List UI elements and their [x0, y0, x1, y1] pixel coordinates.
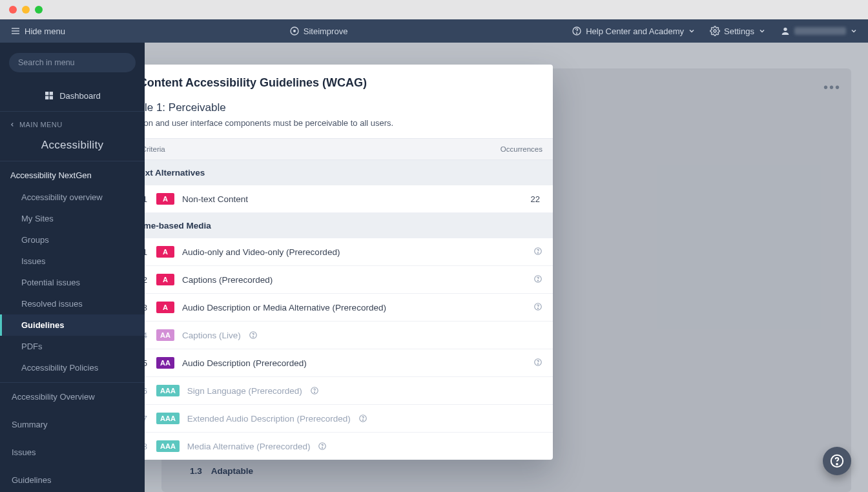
- criteria-row[interactable]: 1.2.5AAAudio Description (Prerecorded): [145, 349, 553, 377]
- group-num: 1.3: [190, 466, 202, 476]
- chevron-down-icon: [688, 27, 696, 35]
- level-badge: A: [156, 302, 174, 313]
- column-headers: Success Criteria Occurrences: [145, 138, 553, 160]
- criteria-number: 1.2.7: [145, 414, 149, 424]
- info-icon[interactable]: [358, 414, 367, 423]
- criteria-row: 1.2.6AAASign Language (Prerecorded): [145, 377, 553, 405]
- dashboard-icon: [44, 90, 54, 101]
- help-icon: [830, 454, 844, 468]
- info-icon[interactable]: [533, 302, 542, 311]
- dashboard-label: Dashboard: [59, 91, 101, 101]
- sidebar-item-guidelines[interactable]: Guidelines: [0, 466, 145, 492]
- section-title: Accessibility: [0, 135, 145, 161]
- svg-point-24: [314, 392, 315, 393]
- svg-point-14: [537, 252, 538, 253]
- brand-label: Siteimprove: [304, 26, 348, 36]
- user-name: [794, 27, 846, 35]
- level-badge: A: [156, 274, 174, 285]
- svg-point-32: [836, 464, 838, 465]
- group-header-adaptable: 1.3 Adaptable: [161, 458, 851, 484]
- criteria-title: Extended Audio Description (Prerecorded): [187, 414, 351, 424]
- svg-rect-11: [45, 96, 48, 99]
- criteria-row: 1.2.7AAAExtended Audio Description (Prer…: [145, 405, 553, 433]
- svg-point-7: [714, 30, 716, 32]
- hide-menu-button[interactable]: Hide menu: [10, 26, 65, 36]
- help-fab-button[interactable]: [823, 447, 851, 475]
- sidebar-item-accessibility-overview[interactable]: Accessibility overview: [0, 187, 145, 208]
- criteria-number: 1.2.3: [145, 303, 149, 313]
- criteria-row[interactable]: 1.2.1AAudio-only and Video-only (Prereco…: [145, 238, 553, 266]
- svg-rect-10: [50, 92, 53, 95]
- criteria-row[interactable]: 1.2.3AAudio Description or Media Alterna…: [145, 294, 553, 322]
- gear-icon: [710, 26, 720, 36]
- svg-point-8: [783, 28, 787, 31]
- criteria-row[interactable]: 1.1.1ANon-text Content22: [145, 185, 553, 213]
- settings-label: Settings: [724, 26, 754, 36]
- help-label: Help Center and Academy: [586, 26, 684, 36]
- window-minimize-icon[interactable]: [22, 6, 30, 14]
- info-icon[interactable]: [533, 274, 542, 283]
- brand-icon: [289, 26, 300, 36]
- sidebar-item-potential-issues[interactable]: Potential issues: [0, 272, 145, 293]
- svg-point-4: [293, 30, 296, 32]
- svg-point-22: [537, 364, 538, 364]
- brand: Siteimprove: [289, 26, 348, 36]
- criteria-title: Media Alternative (Prerecorded): [187, 442, 311, 451]
- criteria-number: 1.1.1: [145, 194, 149, 204]
- criteria-title: Non-text Content: [182, 194, 248, 204]
- hamburger-icon: [10, 26, 21, 36]
- window-close-icon[interactable]: [9, 6, 17, 14]
- criteria-number: 1.2.4: [145, 331, 149, 340]
- info-icon[interactable]: [533, 247, 542, 256]
- sidebar-item-accessibility-overview[interactable]: Accessibility Overview: [0, 383, 145, 411]
- svg-rect-9: [45, 92, 48, 95]
- col-success-criteria: Success Criteria: [145, 145, 165, 153]
- group-title: Adaptable: [211, 466, 253, 476]
- criteria-title: Captions (Prerecorded): [182, 275, 273, 285]
- level-badge: AAA: [156, 385, 180, 396]
- info-icon[interactable]: [533, 358, 542, 367]
- sidebar-item-guidelines[interactable]: Guidelines: [0, 314, 145, 336]
- help-icon: [572, 26, 582, 36]
- sidebar-item-resolved-issues[interactable]: Resolved issues: [0, 293, 145, 314]
- svg-point-6: [577, 33, 577, 34]
- criteria-title: Audio-only and Video-only (Prerecorded): [182, 247, 340, 257]
- criteria-title: Audio Description (Prerecorded): [182, 358, 307, 368]
- chevron-left-icon: [9, 121, 16, 128]
- info-icon[interactable]: [249, 331, 258, 340]
- level-badge: AAA: [156, 440, 180, 452]
- more-menu-button[interactable]: •••: [823, 80, 841, 95]
- criteria-number: 1.2.2: [145, 275, 149, 285]
- sidebar-item-pdfs[interactable]: PDFs: [0, 336, 145, 357]
- search-input[interactable]: Search in menu: [9, 53, 136, 72]
- nextgen-label: Accessibility NextGen: [0, 161, 145, 187]
- help-center-button[interactable]: Help Center and Academy: [572, 26, 696, 36]
- sidebar: Search in menu Dashboard MAIN MENU Acces…: [0, 43, 145, 492]
- sidebar-item-accessibility-policies[interactable]: Accessibility Policies: [0, 357, 145, 378]
- window-maximize-icon[interactable]: [35, 6, 43, 14]
- dashboard-link[interactable]: Dashboard: [0, 79, 145, 112]
- criteria-row[interactable]: 1.2.2ACaptions (Prerecorded): [145, 266, 553, 294]
- criteria-title: Captions (Live): [182, 331, 241, 340]
- info-icon[interactable]: [318, 442, 327, 451]
- svg-point-20: [253, 336, 253, 337]
- sidebar-item-issues[interactable]: Issues: [0, 438, 145, 466]
- sidebar-item-groups[interactable]: Groups: [0, 229, 145, 251]
- main-area: ••• 1.3 Adaptable Web Content Accessibil…: [145, 43, 868, 492]
- mainmenu-back-button[interactable]: MAIN MENU: [0, 112, 145, 135]
- chevron-down-icon: [758, 27, 766, 35]
- criteria-row: 1.2.8AAAMedia Alternative (Prerecorded): [145, 433, 553, 460]
- level-badge: AA: [156, 357, 174, 369]
- level-badge: A: [156, 246, 174, 258]
- sidebar-item-my-sites[interactable]: My Sites: [0, 208, 145, 229]
- criteria-row: 1.2.4AACaptions (Live): [145, 322, 553, 349]
- svg-rect-12: [50, 96, 53, 99]
- group-title: Time-based Media: [145, 221, 211, 231]
- user-menu-button[interactable]: [780, 26, 858, 36]
- info-icon[interactable]: [310, 386, 319, 395]
- settings-button[interactable]: Settings: [710, 26, 766, 36]
- sidebar-item-summary[interactable]: Summary: [0, 411, 145, 438]
- topbar: Hide menu Siteimprove Help Center and Ac…: [0, 19, 868, 43]
- sidebar-item-issues[interactable]: Issues: [0, 251, 145, 272]
- level-badge: AA: [156, 329, 174, 341]
